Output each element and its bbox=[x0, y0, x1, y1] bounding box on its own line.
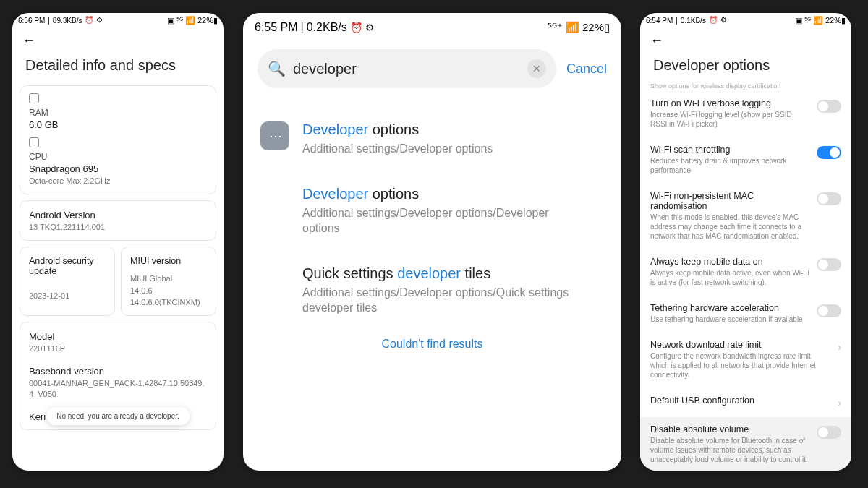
gear-icon: ⚙ bbox=[720, 17, 727, 24]
setting-title: Wi-Fi non-persistent MAC randomisation bbox=[650, 191, 809, 211]
search-input[interactable] bbox=[293, 61, 520, 77]
chip-icon bbox=[29, 93, 39, 103]
page-title: Developer options bbox=[640, 50, 851, 85]
toggle[interactable] bbox=[817, 304, 841, 317]
toggle[interactable] bbox=[817, 258, 841, 271]
partial-item-top: Show options for wireless display certif… bbox=[640, 82, 851, 91]
search-field[interactable]: 🔍 ✕ bbox=[258, 49, 556, 88]
result-path: Additional settings/Developer options/Qu… bbox=[302, 285, 577, 316]
phone-developer-options: 6:54 PM | 0.1KB/s ⏰ ⚙ ▣ ⁵ᴳ 📶 22%▮ ← Deve… bbox=[640, 13, 851, 471]
result-path: Additional settings/Developer options bbox=[302, 141, 493, 157]
setting-item[interactable]: Tethering hardware accelerationUse tethe… bbox=[649, 296, 843, 333]
gear-icon: ⚙ bbox=[365, 22, 375, 33]
setting-title: Turn on Wi-Fi verbose logging bbox=[650, 98, 809, 108]
search-result[interactable]: ⋯ Developer options Additional settings/… bbox=[260, 108, 604, 173]
sec-value: 2023-12-01 bbox=[29, 291, 106, 301]
setting-title: Default USB configuration bbox=[650, 395, 830, 406]
card-hardware: RAM 6.0 GB CPU Snapdragon 695 Octa-core … bbox=[20, 85, 216, 194]
miui-v1: MIUI Global bbox=[130, 273, 207, 284]
android-value: 13 TKQ1.221114.001 bbox=[29, 222, 207, 233]
model-value: 2201116P bbox=[29, 343, 207, 354]
setting-item[interactable]: Wi-Fi scan throttlingReduces battery dra… bbox=[649, 137, 843, 184]
setting-title: Tethering hardware acceleration bbox=[650, 303, 809, 313]
miui-label: MIUI version bbox=[130, 256, 207, 266]
chip-icon bbox=[29, 137, 39, 147]
toggle[interactable] bbox=[817, 426, 841, 439]
settings-list[interactable]: Turn on Wi-Fi verbose loggingIncrease Wi… bbox=[640, 91, 851, 471]
setting-item[interactable]: Turn on Wi-Fi verbose loggingIncrease Wi… bbox=[649, 91, 843, 137]
page-title: Detailed info and specs bbox=[12, 50, 224, 85]
chevron-right-icon: › bbox=[838, 341, 841, 353]
toggle[interactable] bbox=[817, 192, 841, 205]
clear-icon[interactable]: ✕ bbox=[527, 59, 546, 78]
baseband-value: 00041-MANNAR_GEN_PACK-1.42847.10.50349.4… bbox=[29, 378, 207, 400]
model-label: Model bbox=[29, 331, 207, 342]
status-time: 6:56 PM bbox=[18, 17, 45, 25]
search-result[interactable]: Developer options Additional settings/De… bbox=[260, 173, 604, 252]
setting-title: Network download rate limit bbox=[650, 340, 830, 350]
toggle[interactable] bbox=[817, 146, 841, 159]
setting-item[interactable]: Network download rate limitConfigure the… bbox=[649, 333, 843, 388]
setting-item[interactable]: Always keep mobile data onAlways keep mo… bbox=[649, 249, 843, 296]
sec-label: Android security update bbox=[29, 256, 106, 276]
status-time: 6:54 PM bbox=[646, 17, 673, 25]
status-right: ⁵ᴳ⁺ 📶 22%▯ bbox=[548, 21, 610, 34]
no-results-text: Couldn't find results bbox=[260, 338, 604, 351]
status-bar: 6:55 PM | 0.2KB/s ⏰ ⚙ ⁵ᴳ⁺ 📶 22%▯ bbox=[243, 13, 621, 42]
result-path: Additional settings/Developer options/De… bbox=[302, 205, 577, 236]
card-security-update[interactable]: Android security update 2023-12-01 bbox=[20, 247, 115, 317]
setting-item[interactable]: Disable absolute volumeDisable absolute … bbox=[640, 417, 851, 471]
setting-sub: When this mode is enabled, this device's… bbox=[650, 213, 809, 241]
cancel-button[interactable]: Cancel bbox=[566, 61, 607, 77]
ram-label: RAM bbox=[29, 108, 207, 118]
settings-app-icon: ⋯ bbox=[260, 121, 289, 150]
spacer bbox=[260, 186, 289, 215]
status-time: 6:55 PM bbox=[255, 21, 298, 34]
alarm-icon: ⏰ bbox=[709, 17, 718, 24]
setting-title: Always keep mobile data on bbox=[650, 257, 809, 267]
cpu-value: Snapdragon 695 bbox=[29, 163, 207, 174]
status-net: 89.3KB/s bbox=[53, 17, 82, 25]
setting-sub: Always keep mobile data active, even whe… bbox=[650, 268, 809, 287]
search-icon: 🔍 bbox=[268, 60, 286, 77]
back-icon[interactable]: ← bbox=[22, 33, 35, 48]
setting-sub: Disable absolute volume for Bluetooth in… bbox=[650, 436, 809, 464]
setting-sub: Increase Wi-Fi logging level (show per S… bbox=[650, 110, 809, 129]
status-net: 0.1KB/s bbox=[681, 17, 706, 25]
status-right: ▣ ⁵ᴳ 📶 22%▮ bbox=[795, 16, 846, 25]
card-miui-version[interactable]: MIUI version MIUI Global 14.0.6 14.0.6.0… bbox=[121, 247, 216, 317]
phone-detailed-info: 6:56 PM | 89.3KB/s ⏰ ⚙ ▣ ⁵ᴳ 📶 22%▮ ← Det… bbox=[12, 13, 224, 471]
cpu-label: CPU bbox=[29, 152, 207, 162]
baseband-label: Baseband version bbox=[29, 366, 207, 377]
toast-already-developer: No need, you are already a developer. bbox=[46, 407, 190, 425]
chevron-right-icon: › bbox=[838, 397, 841, 408]
cpu-sub: Octa-core Max 2.2GHz bbox=[29, 176, 207, 187]
miui-v2: 14.0.6 bbox=[130, 286, 207, 296]
toggle[interactable] bbox=[817, 100, 841, 113]
alarm-icon: ⏰ bbox=[350, 22, 362, 33]
search-result[interactable]: Quick settings developer tiles Additiona… bbox=[260, 252, 604, 332]
setting-sub: Configure the network bandwidth ingress … bbox=[650, 351, 830, 380]
card-android-version[interactable]: Android Version 13 TKQ1.221114.001 bbox=[20, 200, 216, 241]
setting-sub: Reduces battery drain & improves network… bbox=[650, 156, 809, 175]
android-label: Android Version bbox=[29, 210, 207, 221]
setting-title: Disable absolute volume bbox=[650, 424, 809, 435]
setting-sub: Use tethering hardware acceleration if a… bbox=[650, 314, 809, 324]
alarm-icon: ⏰ bbox=[85, 17, 93, 24]
search-results: ⋯ Developer options Additional settings/… bbox=[243, 94, 621, 351]
gear-icon: ⚙ bbox=[96, 17, 103, 24]
phone-search: 6:55 PM | 0.2KB/s ⏰ ⚙ ⁵ᴳ⁺ 📶 22%▯ 🔍 ✕ Can… bbox=[243, 13, 621, 471]
status-net: 0.2KB/s bbox=[307, 21, 347, 34]
ram-value: 6.0 GB bbox=[29, 119, 207, 130]
spacer bbox=[260, 265, 289, 294]
back-icon[interactable]: ← bbox=[650, 33, 663, 48]
miui-v3: 14.0.6.0(TKCINXM) bbox=[130, 297, 207, 308]
status-bar: 6:54 PM | 0.1KB/s ⏰ ⚙ ▣ ⁵ᴳ 📶 22%▮ bbox=[640, 13, 851, 27]
setting-item[interactable]: Default USB configuration› bbox=[649, 388, 843, 417]
status-right: ▣ ⁵ᴳ 📶 22%▮ bbox=[167, 16, 218, 25]
setting-title: Wi-Fi scan throttling bbox=[650, 145, 809, 155]
setting-item[interactable]: Wi-Fi non-persistent MAC randomisationWh… bbox=[649, 184, 843, 249]
status-bar: 6:56 PM | 89.3KB/s ⏰ ⚙ ▣ ⁵ᴳ 📶 22%▮ bbox=[12, 13, 224, 27]
